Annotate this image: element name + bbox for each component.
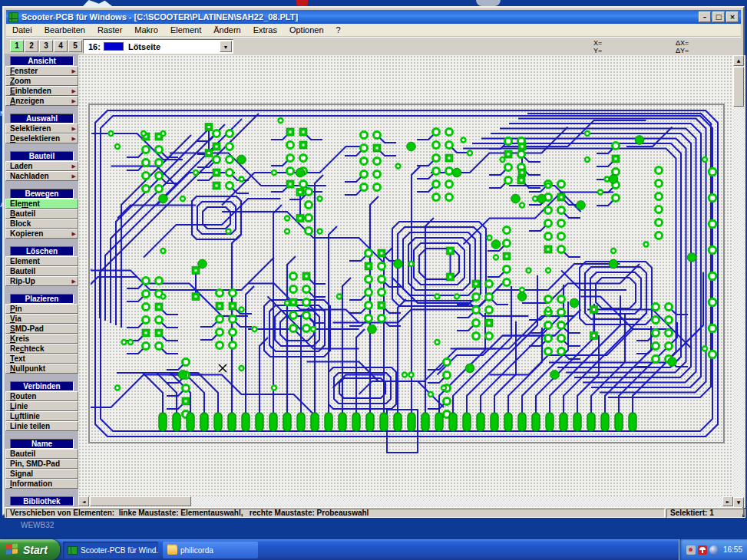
sidebar-item-bauteil[interactable]: Bauteil — [5, 209, 78, 219]
sidebar-item-bauteil[interactable]: Bauteil — [5, 449, 78, 459]
sidebar-item-fenster[interactable]: Fenster▶ — [5, 66, 78, 76]
chevron-down-icon[interactable]: ▼ — [220, 41, 232, 52]
menu-raster[interactable]: Raster — [91, 25, 128, 35]
menu-extras[interactable]: Extras — [247, 25, 283, 35]
tray-icon-1[interactable] — [686, 545, 696, 555]
sidebar-item-information[interactable]: Information — [5, 479, 78, 489]
submenu-arrow-icon: ▶ — [72, 277, 76, 286]
vertical-scrollbar[interactable]: ▲ ▼ — [733, 55, 745, 508]
desktop-icon-partial — [296, 0, 308, 6]
layer-button-2[interactable]: 2 — [25, 40, 38, 52]
coordinate-readout-xy: X=Y= — [593, 39, 602, 54]
sidebar-item-text[interactable]: Text — [5, 354, 78, 364]
scroll-down-icon[interactable]: ▼ — [733, 497, 744, 508]
taskbar-clock: 16:55 — [723, 545, 742, 554]
sidebar-item-pin[interactable]: Pin — [5, 304, 78, 314]
menu-bearbeiten[interactable]: Bearbeiten — [38, 25, 91, 35]
sidebar-item-via[interactable]: Via — [5, 314, 78, 324]
sidebar-item-zoom[interactable]: Zoom — [5, 76, 78, 86]
submenu-arrow-icon: ▶ — [72, 229, 76, 239]
sidebar-item-kopieren[interactable]: Kopieren▶ — [5, 229, 78, 239]
layer-color-swatch — [104, 42, 124, 51]
sidebar-item-linie[interactable]: Linie — [5, 401, 78, 411]
sidebar-item-bauteil[interactable]: Bauteil — [5, 266, 78, 276]
scroll-left-icon[interactable]: ◄ — [78, 496, 89, 506]
sidebar-header-name: Name — [10, 439, 74, 449]
toolbar: 12345 16: Lötseite ▼ X=Y= ΔX=ΔY= — [6, 37, 741, 55]
layer-select[interactable]: 16: Lötseite ▼ — [83, 39, 233, 54]
sidebar-item-einblenden[interactable]: Einblenden▶ — [5, 86, 78, 96]
horizontal-scroll-thumb[interactable] — [90, 496, 191, 506]
pcb-app-icon — [68, 546, 78, 555]
sidebar-item-routen[interactable]: Routen — [5, 391, 78, 401]
title-bar[interactable]: Scooter-PCB für Windows - [C:\SCOOTER\PL… — [6, 10, 741, 24]
layer-button-4[interactable]: 4 — [54, 40, 68, 52]
sidebar-item-luftlinie[interactable]: Luftlinie — [5, 411, 78, 421]
sidebar-header-plazieren: Plazieren — [10, 294, 74, 304]
menu-element[interactable]: Element — [164, 25, 207, 35]
sidebar-item-nachladen[interactable]: Nachladen▶ — [5, 171, 78, 181]
close-button[interactable]: × — [726, 12, 739, 22]
coordinate-readout-dxy: ΔX=ΔY= — [676, 39, 689, 54]
scroll-right-icon[interactable]: ► — [722, 496, 733, 506]
sidebar-item-laden[interactable]: Laden▶ — [5, 161, 78, 171]
layer-button-3[interactable]: 3 — [39, 40, 53, 52]
submenu-arrow-icon: ▶ — [72, 162, 76, 171]
app-icon — [8, 12, 18, 22]
menu-makro[interactable]: Makro — [128, 25, 164, 35]
layer-button-5[interactable]: 5 — [68, 40, 82, 52]
status-message: Verschieben von Elementen: linke Maustas… — [6, 509, 665, 518]
status-bar: Verschieben von Elementen: linke Maustas… — [5, 507, 742, 518]
layer-button-1[interactable]: 1 — [10, 40, 24, 52]
task-label: philicorda — [180, 546, 213, 555]
sidebar-header-l-schen: Löschen — [10, 246, 74, 256]
menu-datei[interactable]: Datei — [6, 25, 38, 35]
submenu-arrow-icon: ▶ — [72, 134, 76, 143]
sidebar-header-bibliothek: Bibliothek — [10, 496, 74, 506]
sidebar-item-element[interactable]: Element — [5, 199, 78, 209]
task-label: Scooter-PCB für Wind... — [81, 546, 158, 555]
sidebar-item-selektieren[interactable]: Selektieren▶ — [5, 124, 78, 133]
vertical-scroll-thumb[interactable] — [733, 67, 744, 107]
submenu-arrow-icon: ▶ — [72, 172, 76, 181]
sidebar-item-block[interactable]: Block — [5, 219, 78, 229]
sidebar-item-pin-smd-pad[interactable]: Pin, SMD-Pad — [5, 459, 78, 469]
sidebar-item-rip-up[interactable]: Rip-Up▶ — [5, 276, 78, 286]
sidebar-item-anzeigen[interactable]: Anzeigen▶ — [5, 96, 78, 106]
start-button[interactable]: Start — [0, 539, 60, 560]
app-window: Scooter-PCB für Windows - [C:\SCOOTER\PL… — [2, 6, 745, 516]
tray-icon-2[interactable] — [709, 545, 719, 555]
layer-number: 16: — [88, 42, 101, 51]
sidebar-item-kreis[interactable]: Kreis — [5, 334, 78, 344]
scroll-up-icon[interactable]: ▲ — [733, 55, 744, 66]
sidebar-item-smd-pad[interactable]: SMD-Pad — [5, 324, 78, 334]
sidebar-item-signal[interactable]: Signal — [5, 469, 78, 479]
menu-optionen[interactable]: Optionen — [283, 25, 330, 35]
sidebar-item-deselektieren[interactable]: Deselektieren▶ — [5, 133, 78, 143]
windows-logo-icon — [6, 543, 19, 556]
taskbar-task-2[interactable]: philicorda — [163, 542, 258, 558]
taskbar-task-1[interactable]: Scooter-PCB für Wind... — [63, 542, 158, 558]
desktop-icon-wewb32[interactable]: WEWB32 — [21, 521, 54, 529]
submenu-arrow-icon: ▶ — [72, 87, 76, 96]
sidebar-item-linie-teilen[interactable]: Linie teilen — [5, 421, 78, 431]
submenu-arrow-icon: ▶ — [72, 97, 76, 106]
maximize-button[interactable]: □ — [712, 12, 725, 22]
sidebar-item-element[interactable]: Element — [5, 256, 78, 266]
sidebar-header-ansicht: Ansicht — [10, 56, 74, 66]
menu--ndern[interactable]: Ändern — [207, 25, 246, 35]
pcb-drawing — [78, 55, 733, 496]
sidebar-item-rechteck[interactable]: Rechteck — [5, 344, 78, 354]
sidebar-header-auswahl: Auswahl — [10, 114, 74, 124]
layer-name: Lötseite — [128, 42, 160, 51]
pcb-canvas[interactable] — [78, 55, 733, 496]
horizontal-scrollbar[interactable]: ◄ ► — [78, 496, 733, 508]
tray-icon-antivirus[interactable] — [698, 545, 707, 555]
window-title: Scooter-PCB für Windows - [C:\SCOOTER\PL… — [21, 12, 697, 21]
menu-bar: DateiBearbeitenRasterMakroElementÄndernE… — [6, 24, 741, 37]
menu--[interactable]: ? — [330, 25, 347, 35]
sidebar-item-nullpunkt[interactable]: Nullpunkt — [5, 364, 78, 374]
selection-count: Selektiert: 1 — [666, 509, 745, 518]
folder-icon — [167, 546, 177, 555]
minimize-button[interactable]: – — [699, 12, 711, 22]
